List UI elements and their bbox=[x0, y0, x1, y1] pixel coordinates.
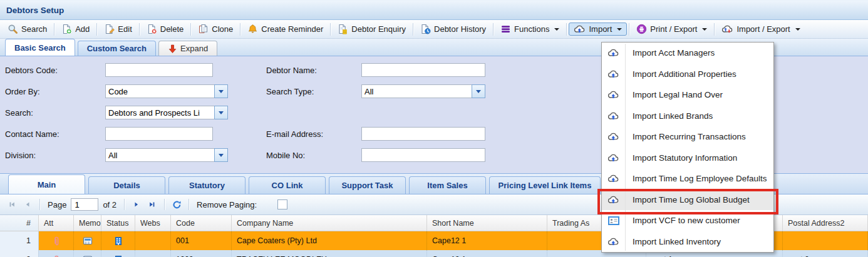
column-header-company-name[interactable]: Company Name bbox=[232, 215, 427, 231]
tab-label: Basic Search bbox=[14, 43, 66, 53]
status-cell bbox=[101, 250, 135, 257]
form-row: Search Type: All bbox=[266, 84, 485, 99]
chevron-down-icon[interactable] bbox=[472, 84, 485, 98]
memo-cell bbox=[74, 231, 101, 250]
chevron-down-icon[interactable] bbox=[214, 106, 228, 119]
clone-button[interactable]: Clone bbox=[193, 22, 238, 36]
order-by-select[interactable]: Code bbox=[105, 84, 228, 98]
remove-paging-checkbox[interactable] bbox=[277, 199, 287, 209]
contact-name-input[interactable] bbox=[105, 127, 213, 141]
column-header-status[interactable]: Status bbox=[101, 215, 135, 231]
toolbar-separator bbox=[714, 23, 715, 36]
add-button[interactable]: Add bbox=[56, 22, 95, 36]
menu-item-import-linked-brands[interactable]: Import Linked Brands bbox=[602, 106, 773, 127]
column-header-row-number[interactable]: # bbox=[0, 215, 39, 231]
cloud-upload-icon bbox=[602, 111, 625, 121]
menu-item-import-time-log-global-budget[interactable]: Import Time Log Global Budget bbox=[602, 189, 773, 211]
column-header-website[interactable]: Webs bbox=[135, 215, 171, 231]
search-type-select[interactable]: All bbox=[361, 84, 485, 98]
tab-item-sales[interactable]: Item Sales bbox=[409, 176, 486, 194]
first-page-button[interactable] bbox=[5, 198, 19, 211]
next-page-icon bbox=[133, 201, 140, 208]
import-dropdown-menu: Import Acct Managers Import Additional P… bbox=[601, 42, 774, 253]
debtor-name-input[interactable] bbox=[361, 63, 485, 77]
red-down-arrow-icon bbox=[168, 44, 177, 54]
paging-separator bbox=[189, 199, 189, 210]
tab-statutory[interactable]: Statutory bbox=[168, 176, 245, 194]
search-button[interactable]: Search bbox=[3, 22, 52, 36]
vcard-icon bbox=[602, 216, 625, 225]
row-number-cell: 1 bbox=[0, 231, 39, 250]
tab-basic-search[interactable]: Basic Search bbox=[5, 39, 75, 56]
next-page-button[interactable] bbox=[130, 198, 143, 211]
print-export-menu-button[interactable]: Print / Export bbox=[631, 22, 712, 36]
chevron-down-icon bbox=[554, 28, 559, 31]
tab-support-task[interactable]: Support Task bbox=[329, 176, 406, 194]
menu-item-label: Import Linked Brands bbox=[625, 111, 713, 121]
menu-item-import-additional-properties[interactable]: Import Additional Properties bbox=[602, 64, 773, 85]
debtors-code-input[interactable] bbox=[105, 63, 213, 77]
tab-custom-search[interactable]: Custom Search bbox=[78, 41, 156, 56]
toolbar-separator bbox=[330, 23, 331, 36]
edit-button[interactable]: Edit bbox=[99, 22, 137, 36]
column-header-short-name[interactable]: Short Name bbox=[427, 215, 547, 231]
import-export-menu-button[interactable]: Import / Export bbox=[716, 23, 805, 36]
toolbar-separator bbox=[139, 23, 140, 36]
status-cell bbox=[101, 231, 135, 250]
field-label: Contact Name: bbox=[5, 129, 105, 139]
mobile-no-input[interactable] bbox=[361, 148, 485, 162]
menu-item-label: Import Acct Managers bbox=[625, 48, 715, 58]
add-icon bbox=[61, 24, 72, 34]
debtor-history-button[interactable]: Debtor History bbox=[415, 22, 491, 36]
column-header-att[interactable]: Att bbox=[39, 215, 74, 231]
menu-item-import-acct-managers[interactable]: Import Acct Managers bbox=[602, 43, 773, 64]
chevron-down-icon bbox=[795, 28, 800, 31]
import-menu-button[interactable]: Import bbox=[569, 23, 627, 36]
toolbar-button-label: Delete bbox=[160, 24, 184, 34]
menu-item-import-vcf-to-new-customer[interactable]: Import VCF to new customer bbox=[602, 210, 773, 231]
menu-item-label: Import Statutory Information bbox=[625, 153, 737, 163]
building-icon bbox=[115, 255, 122, 257]
tab-label: CO Link bbox=[272, 181, 303, 190]
tab-co-link[interactable]: CO Link bbox=[249, 176, 326, 194]
menu-item-import-statutory-information[interactable]: Import Statutory Information bbox=[602, 148, 773, 169]
refresh-button[interactable] bbox=[170, 198, 183, 211]
paging-separator bbox=[164, 199, 165, 210]
division-select[interactable]: All bbox=[105, 148, 228, 162]
page-title: Debtors Setup bbox=[6, 6, 64, 15]
menu-item-import-time-log-employee-defaults[interactable]: Import Time Log Employee Defaults bbox=[602, 168, 773, 189]
tab-details[interactable]: Details bbox=[88, 176, 165, 194]
last-page-icon bbox=[148, 201, 156, 208]
tab-expand[interactable]: Expand bbox=[158, 41, 217, 56]
menu-item-import-recurring-transactions[interactable]: Import Recurring Transactions bbox=[602, 126, 773, 148]
clone-icon bbox=[198, 24, 209, 34]
column-header-code[interactable]: Code bbox=[171, 215, 232, 231]
last-page-button[interactable] bbox=[145, 198, 159, 211]
functions-menu-button[interactable]: Functions bbox=[495, 22, 564, 36]
attachment-cell bbox=[39, 250, 74, 257]
email-address-input[interactable] bbox=[361, 127, 485, 141]
column-header-memo[interactable]: Memo bbox=[74, 215, 101, 231]
page-number-input[interactable] bbox=[71, 198, 98, 211]
create-reminder-button[interactable]: Create Reminder bbox=[242, 22, 328, 36]
cloud-upload-icon bbox=[602, 195, 625, 204]
tab-pricing-level-link-items[interactable]: Pricing Level Link Items bbox=[489, 176, 601, 194]
delete-button[interactable]: Delete bbox=[142, 22, 189, 36]
chevron-down-icon[interactable] bbox=[214, 84, 228, 98]
menu-item-import-linked-inventory[interactable]: Import Linked Inventory bbox=[602, 231, 773, 253]
toolbar-separator bbox=[566, 23, 567, 36]
prev-page-button[interactable] bbox=[21, 198, 34, 211]
chevron-down-icon[interactable] bbox=[214, 148, 228, 162]
print-export-icon bbox=[636, 24, 647, 34]
tab-label: Statutory bbox=[189, 181, 225, 190]
field-label: Mobile No: bbox=[266, 151, 361, 160]
chevron-down-icon bbox=[702, 28, 707, 31]
field-label: Order By: bbox=[5, 87, 105, 96]
form-row: Contact Name: bbox=[5, 126, 228, 141]
form-column-right: Debtor Name: Search Type: All E-mail Add… bbox=[266, 63, 485, 169]
menu-item-import-legal-hand-over[interactable]: Import Legal Hand Over bbox=[602, 84, 773, 106]
search-scope-select[interactable]: Debtors and Prospects Li bbox=[105, 106, 228, 119]
tab-main[interactable]: Main bbox=[8, 174, 85, 194]
column-header-postal-address2[interactable]: Postal Address2 bbox=[783, 215, 868, 231]
debtor-enquiry-button[interactable]: Debtor Enquiry bbox=[333, 22, 411, 36]
